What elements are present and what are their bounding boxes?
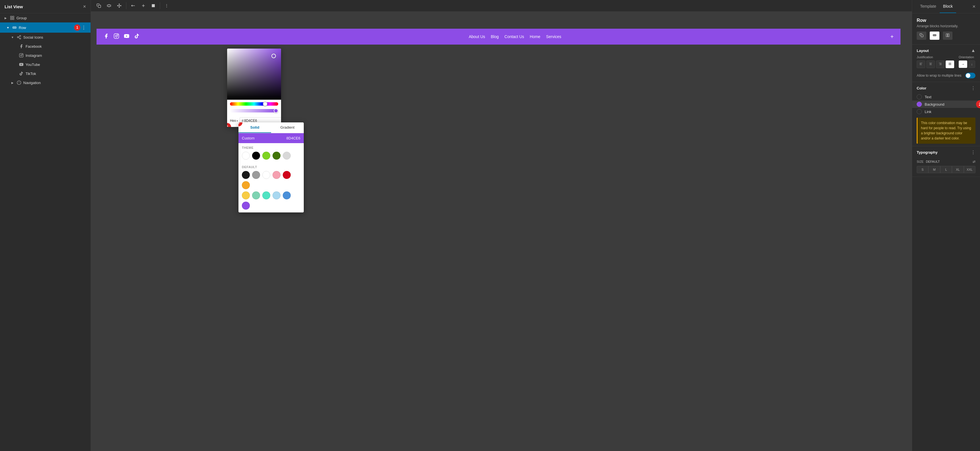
hex-value-input[interactable]	[244, 119, 281, 123]
svg-rect-38	[948, 34, 949, 37]
size-xxl-button[interactable]: XXL	[964, 166, 975, 173]
nav-contact[interactable]: Contact Us	[504, 34, 524, 39]
size-reset-button[interactable]: ⇄	[973, 159, 975, 164]
nav-about[interactable]: About Us	[469, 34, 485, 39]
add-block-button[interactable]	[139, 2, 148, 10]
align-center-button[interactable]	[105, 2, 113, 10]
tree-item-row[interactable]: ▼ Row 1 ⋮	[0, 22, 91, 33]
duplicate-layout-button[interactable]	[917, 32, 926, 40]
tree-item-instagram[interactable]: Instagram	[0, 51, 91, 60]
nav-home[interactable]: Home	[530, 34, 540, 39]
swatch-white[interactable]	[242, 151, 250, 159]
split-layout-button[interactable]	[943, 32, 953, 40]
swatch-def-orange[interactable]	[242, 181, 250, 189]
layout-section-toggle[interactable]: ▲	[971, 48, 975, 53]
background-color-dot	[917, 102, 922, 107]
tree-item-social-icons[interactable]: ▼ Social Icons	[0, 33, 91, 42]
justify-full-button[interactable]	[946, 61, 954, 68]
swatch-def-green[interactable]	[262, 191, 270, 199]
size-m-button[interactable]: M	[928, 166, 940, 173]
tree-item-facebook[interactable]: Facebook	[0, 42, 91, 51]
color-warning-box: This color combination may be hard for p…	[917, 118, 975, 144]
block-tab[interactable]: Block	[940, 0, 956, 13]
list-view-title: List View	[5, 4, 23, 9]
block-toolbar: ⋮	[91, 0, 912, 12]
size-s-button[interactable]: S	[917, 166, 928, 173]
size-l-button[interactable]: L	[940, 166, 952, 173]
swatch-def-red[interactable]	[283, 171, 291, 179]
alpha-slider[interactable]	[230, 109, 278, 113]
row-options-button[interactable]: ⋮	[80, 25, 87, 30]
align-left-button[interactable]	[129, 2, 138, 10]
size-xl-button[interactable]: XL	[952, 166, 964, 173]
close-right-panel-button[interactable]: ×	[972, 4, 975, 10]
swatch-dark-green[interactable]	[272, 151, 280, 159]
layout-section-header: Layout ▲	[912, 45, 980, 56]
justify-right-button[interactable]	[936, 61, 945, 68]
theme-label: THEME	[242, 146, 301, 150]
orientation-vertical-button[interactable]: ↓	[968, 61, 975, 68]
svg-line-11	[19, 36, 20, 37]
add-block-plus-button[interactable]: +	[890, 33, 894, 40]
group-label: Group	[16, 16, 87, 20]
svg-point-13	[21, 54, 22, 56]
theme-section: THEME	[239, 143, 304, 163]
social-icons-container	[103, 33, 140, 40]
template-tab[interactable]: Template	[917, 0, 940, 13]
swatch-def-black[interactable]	[242, 171, 250, 179]
close-list-view-button[interactable]: ×	[83, 4, 86, 9]
chevron-down-icon: ▶	[3, 16, 8, 20]
typography-section-title: Typography	[917, 150, 937, 155]
hex-format-dropdown[interactable]: Hex ▾	[230, 119, 238, 123]
swatch-black[interactable]	[252, 151, 260, 159]
row-layout-button[interactable]	[930, 32, 939, 40]
swatch-def-teal[interactable]	[252, 191, 260, 199]
background-button[interactable]	[149, 2, 158, 10]
gradient-tab[interactable]: Gradient	[271, 123, 304, 133]
swatch-def-purple[interactable]	[242, 202, 250, 210]
nav-blog[interactable]: Blog	[491, 34, 499, 39]
warning-text: This color combination may be hard for p…	[921, 121, 971, 140]
nav-services[interactable]: Services	[546, 34, 561, 39]
typography-section-options[interactable]: ⋮	[971, 150, 975, 155]
hue-slider[interactable]	[230, 102, 278, 106]
more-options-button[interactable]: ⋮	[162, 2, 171, 10]
swatch-lime[interactable]	[262, 151, 270, 159]
orientation-buttons: → ↓	[959, 61, 975, 68]
swatch-def-blue[interactable]	[283, 191, 291, 199]
justify-center-button[interactable]	[926, 61, 935, 68]
tree-item-group[interactable]: ▶ Group	[0, 13, 91, 22]
tree-item-navigation[interactable]: ▶ Navigation	[0, 78, 91, 87]
swatch-def-pink[interactable]	[272, 171, 280, 179]
custom-label: Custom	[242, 136, 255, 140]
row-badge: 1	[74, 24, 80, 31]
social-icons-label: Social Icons	[23, 35, 87, 40]
justify-left-button[interactable]	[917, 61, 925, 68]
svg-point-30	[116, 35, 118, 37]
wrap-toggle[interactable]	[965, 73, 975, 78]
color-gradient-canvas[interactable]	[227, 49, 281, 100]
tree-item-youtube[interactable]: YouTube	[0, 60, 91, 69]
left-panel-header: List View ×	[0, 0, 91, 13]
orientation-horizontal-button[interactable]: →	[959, 61, 967, 68]
swatch-def-gray[interactable]	[252, 171, 260, 179]
tree-item-tiktok[interactable]: TikTok	[0, 69, 91, 78]
text-color-row[interactable]: Text	[912, 93, 980, 100]
swatch-light-gray[interactable]	[283, 151, 291, 159]
gradient-picker-handle[interactable]	[271, 54, 276, 58]
move-button[interactable]	[115, 2, 124, 10]
solid-tab[interactable]: Solid	[239, 123, 271, 133]
instagram-label: Instagram	[25, 53, 87, 57]
swatch-def-white[interactable]	[262, 171, 270, 179]
svg-point-8	[18, 37, 19, 38]
swatch-def-yellow[interactable]	[242, 191, 250, 199]
background-color-row[interactable]: Background 2	[912, 100, 980, 108]
navigation-icon	[16, 80, 22, 85]
duplicate-button[interactable]	[94, 2, 103, 10]
link-color-row[interactable]: Link	[912, 108, 980, 115]
custom-color-row[interactable]: Custom 8D4CE6	[239, 133, 304, 143]
color-section-options[interactable]: ⋮	[971, 86, 975, 91]
svg-rect-20	[107, 5, 111, 6]
justification-buttons	[917, 61, 954, 68]
swatch-def-light-blue[interactable]	[272, 191, 280, 199]
